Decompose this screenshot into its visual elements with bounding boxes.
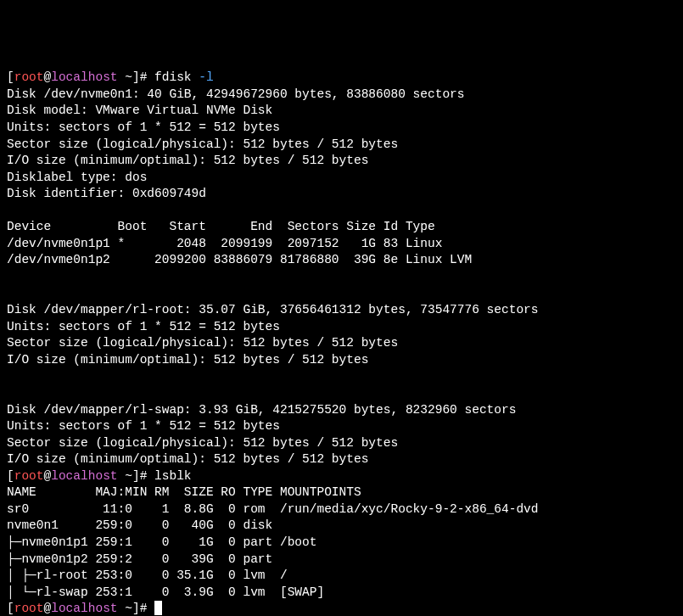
lsblk-row: sr0 11:0 1 8.8G 0 rom /run/media/xyc/Roc… [7, 502, 539, 516]
lsblk-row: │ └─rl-swap 253:1 0 3.9G 0 lvm [SWAP] [7, 585, 324, 599]
prompt-user: root [14, 602, 44, 615]
prompt-line[interactable]: [root@localhost ~]# lsblk [7, 469, 192, 483]
cursor-icon [154, 601, 162, 615]
fdisk-output-line: Sector size (logical/physical): 512 byte… [7, 336, 398, 350]
fdisk-output-line: Disk /dev/mapper/rl-root: 35.07 GiB, 376… [7, 303, 539, 316]
fdisk-output-line: Units: sectors of 1 * 512 = 512 bytes [7, 120, 280, 134]
prompt-line[interactable]: [root@localhost ~]# [7, 602, 162, 615]
fdisk-output-line: I/O size (minimum/optimal): 512 bytes / … [7, 353, 368, 367]
lsblk-row: ├─nvme0n1p2 259:2 0 39G 0 part [7, 552, 272, 566]
fdisk-output-line: Sector size (logical/physical): 512 byte… [7, 436, 398, 450]
fdisk-output-line: Disk /dev/nvme0n1: 40 GiB, 42949672960 b… [7, 87, 465, 101]
fdisk-output-line: I/O size (minimum/optimal): 512 bytes / … [7, 154, 368, 167]
prompt-path: ~ [125, 70, 132, 84]
fdisk-output-line: Disk /dev/mapper/rl-swap: 3.93 GiB, 4215… [7, 403, 516, 417]
command-fdisk: fdisk [154, 70, 192, 84]
command-lsblk: lsblk [154, 469, 192, 483]
lsblk-header: NAME MAJ:MIN RM SIZE RO TYPE MOUNTPOINTS [7, 485, 361, 499]
fdisk-output-line: Sector size (logical/physical): 512 byte… [7, 137, 398, 151]
lsblk-row: ├─nvme0n1p1 259:1 0 1G 0 part /boot [7, 535, 316, 549]
prompt-host: localhost [51, 602, 117, 615]
fdisk-output-line: Units: sectors of 1 * 512 = 512 bytes [7, 419, 280, 433]
bracket-close: ]# [132, 70, 147, 84]
bracket-open: [ [7, 70, 14, 84]
fdisk-output-line: Units: sectors of 1 * 512 = 512 bytes [7, 320, 280, 333]
partition-table-header: Device Boot Start End Sectors Size Id Ty… [7, 220, 435, 233]
fdisk-output-line: Disk identifier: 0xd609749d [7, 187, 206, 200]
prompt-user: root [14, 469, 44, 483]
prompt-line[interactable]: [root@localhost ~]# fdisk -l [7, 70, 214, 84]
partition-table-row: /dev/nvme0n1p2 2099200 83886079 81786880… [7, 253, 472, 266]
partition-table-row: /dev/nvme0n1p1 * 2048 2099199 2097152 1G… [7, 237, 442, 250]
lsblk-row: │ ├─rl-root 253:0 0 35.1G 0 lvm / [7, 568, 288, 582]
prompt-at: @ [44, 70, 52, 84]
flag-l: -l [199, 70, 213, 84]
prompt-host: localhost [51, 469, 117, 483]
fdisk-output-line: Disk model: VMware Virtual NVMe Disk [7, 104, 272, 117]
fdisk-output-line: Disklabel type: dos [7, 171, 147, 184]
prompt-host: localhost [51, 70, 117, 84]
fdisk-output-line: I/O size (minimum/optimal): 512 bytes / … [7, 452, 368, 466]
prompt-user: root [14, 70, 44, 84]
lsblk-row: nvme0n1 259:0 0 40G 0 disk [7, 518, 272, 532]
